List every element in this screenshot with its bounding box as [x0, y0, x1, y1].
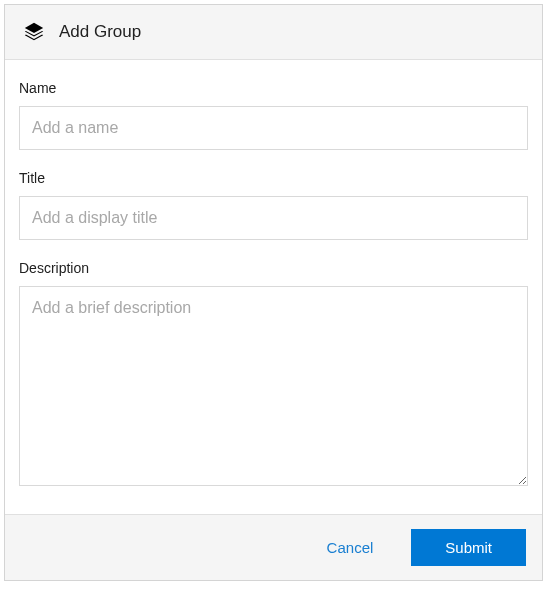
dialog-title: Add Group — [59, 22, 141, 42]
title-label: Title — [19, 170, 528, 186]
add-group-dialog: Add Group Name Title Description Cancel … — [4, 4, 543, 581]
cancel-button[interactable]: Cancel — [299, 529, 402, 566]
dialog-header: Add Group — [5, 5, 542, 60]
dialog-footer: Cancel Submit — [5, 514, 542, 580]
title-field: Title — [19, 170, 528, 240]
description-field: Description — [19, 260, 528, 490]
description-label: Description — [19, 260, 528, 276]
name-label: Name — [19, 80, 528, 96]
submit-button[interactable]: Submit — [411, 529, 526, 566]
title-input[interactable] — [19, 196, 528, 240]
name-input[interactable] — [19, 106, 528, 150]
description-input[interactable] — [19, 286, 528, 486]
layers-icon — [23, 21, 45, 43]
name-field: Name — [19, 80, 528, 150]
dialog-body: Name Title Description — [5, 60, 542, 514]
